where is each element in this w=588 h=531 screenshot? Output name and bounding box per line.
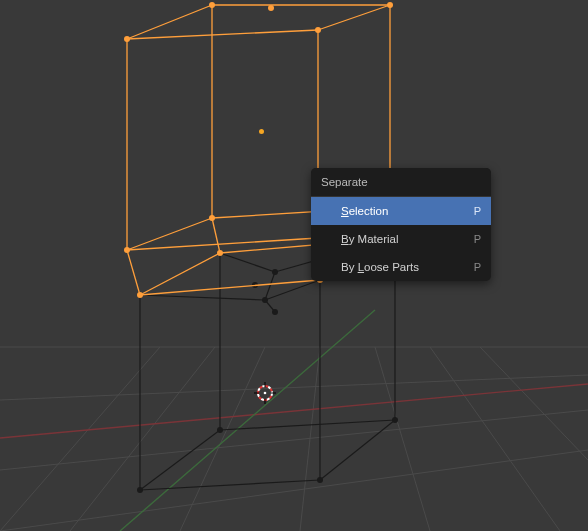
svg-line-47 bbox=[127, 250, 140, 295]
menu-item-label: Selection bbox=[341, 204, 388, 218]
svg-point-61 bbox=[209, 215, 215, 221]
svg-line-44 bbox=[318, 5, 390, 30]
svg-point-65 bbox=[217, 250, 223, 256]
menu-item-shortcut: P bbox=[474, 260, 481, 274]
svg-point-28 bbox=[317, 477, 323, 483]
svg-line-43 bbox=[127, 5, 212, 39]
svg-point-33 bbox=[272, 309, 278, 315]
svg-point-56 bbox=[315, 27, 321, 33]
menu-item-by-loose-parts[interactable]: By Loose Parts P bbox=[311, 253, 491, 281]
svg-line-19 bbox=[140, 430, 220, 490]
mesh-wireframe bbox=[0, 0, 588, 531]
svg-line-38 bbox=[127, 30, 318, 39]
menu-title: Separate bbox=[311, 168, 491, 196]
svg-line-26 bbox=[265, 272, 275, 300]
svg-line-24 bbox=[220, 253, 275, 272]
svg-point-59 bbox=[124, 247, 130, 253]
menu-item-selection[interactable]: Selection P bbox=[311, 197, 491, 225]
menu-item-by-material[interactable]: By Material P bbox=[311, 225, 491, 253]
svg-point-31 bbox=[262, 297, 268, 303]
svg-point-29 bbox=[217, 427, 223, 433]
svg-line-20 bbox=[320, 420, 395, 480]
svg-line-18 bbox=[220, 420, 395, 430]
menu-item-label: By Material bbox=[341, 232, 399, 246]
svg-point-55 bbox=[124, 36, 130, 42]
svg-point-63 bbox=[137, 292, 143, 298]
svg-point-30 bbox=[392, 417, 398, 423]
menu-item-shortcut: P bbox=[474, 232, 481, 246]
svg-line-14 bbox=[140, 480, 320, 490]
svg-point-58 bbox=[387, 2, 393, 8]
svg-line-51 bbox=[140, 280, 320, 295]
svg-line-49 bbox=[212, 218, 220, 253]
svg-line-22 bbox=[265, 280, 320, 300]
separate-context-menu: Separate Selection P By Material P By Lo… bbox=[311, 168, 491, 281]
viewport-3d[interactable]: Separate Selection P By Material P By Lo… bbox=[0, 0, 588, 531]
object-origin-dot bbox=[259, 129, 264, 134]
svg-point-67 bbox=[268, 5, 274, 11]
svg-line-21 bbox=[140, 295, 265, 300]
svg-point-32 bbox=[272, 269, 278, 275]
menu-item-label: By Loose Parts bbox=[341, 260, 419, 274]
svg-point-57 bbox=[209, 2, 215, 8]
menu-item-shortcut: P bbox=[474, 204, 481, 218]
svg-point-27 bbox=[137, 487, 143, 493]
